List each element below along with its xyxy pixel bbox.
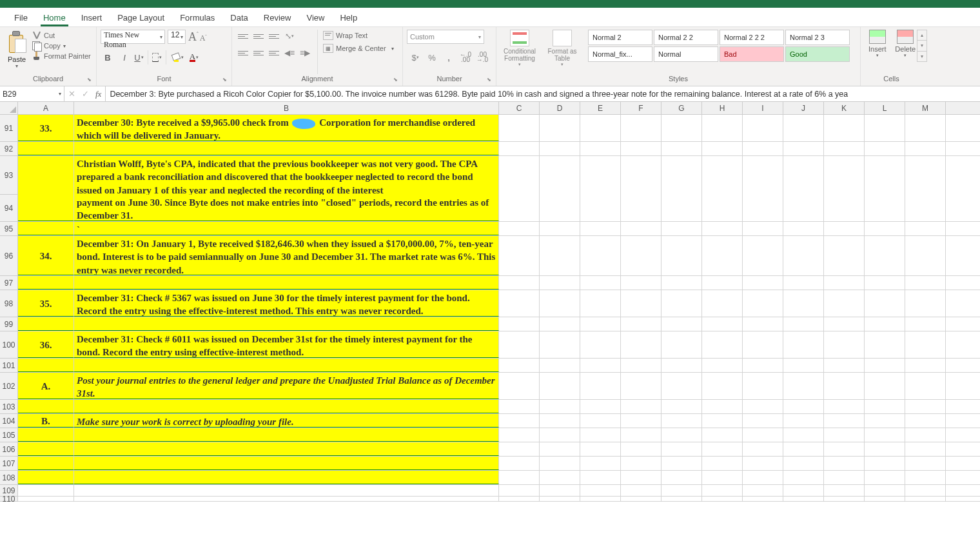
cell[interactable] bbox=[580, 442, 621, 456]
cell[interactable] bbox=[905, 414, 946, 428]
cell[interactable] bbox=[499, 428, 540, 442]
cell[interactable] bbox=[865, 142, 905, 155]
cell[interactable] bbox=[580, 485, 621, 496]
row-header[interactable]: 97 bbox=[0, 276, 17, 290]
cell[interactable] bbox=[540, 290, 580, 317]
cell[interactable] bbox=[905, 373, 946, 399]
column-header[interactable]: E bbox=[580, 102, 621, 114]
insert-cells-button[interactable]: Insert▾ bbox=[865, 30, 890, 58]
cell[interactable] bbox=[702, 373, 743, 399]
number-format-select[interactable]: Custom▾ bbox=[407, 30, 484, 44]
cell[interactable] bbox=[540, 156, 580, 195]
cell[interactable] bbox=[499, 485, 540, 496]
cell[interactable] bbox=[905, 442, 946, 456]
cell[interactable] bbox=[621, 142, 662, 155]
column-header[interactable]: D bbox=[540, 102, 580, 114]
cell[interactable] bbox=[662, 428, 702, 442]
cell[interactable] bbox=[499, 359, 540, 372]
cell[interactable] bbox=[865, 331, 905, 358]
increase-font-button[interactable]: Aˆ bbox=[188, 30, 199, 44]
column-header[interactable]: F bbox=[621, 102, 662, 114]
cell[interactable] bbox=[499, 236, 540, 275]
cell[interactable] bbox=[783, 442, 824, 456]
cell[interactable] bbox=[783, 236, 824, 275]
cell[interactable] bbox=[743, 331, 783, 358]
tab-view[interactable]: View bbox=[299, 9, 332, 26]
name-box[interactable]: B29▾ bbox=[0, 86, 64, 101]
delete-cells-button[interactable]: Delete▾ bbox=[893, 30, 919, 58]
cell[interactable] bbox=[783, 471, 824, 484]
cell[interactable] bbox=[743, 156, 783, 195]
cell[interactable] bbox=[580, 156, 621, 195]
cell[interactable] bbox=[783, 195, 824, 221]
cell[interactable] bbox=[74, 317, 499, 331]
wrap-text-button[interactable]: Wrap Text bbox=[323, 31, 394, 40]
cell[interactable]: 36. bbox=[18, 331, 74, 358]
tab-page-layout[interactable]: Page Layout bbox=[110, 9, 172, 26]
cell[interactable] bbox=[783, 331, 824, 358]
cell[interactable] bbox=[540, 359, 580, 372]
cell[interactable] bbox=[905, 115, 946, 141]
row-header[interactable]: 106 bbox=[0, 442, 17, 457]
cell[interactable] bbox=[621, 485, 662, 496]
cell[interactable] bbox=[743, 497, 783, 501]
cell[interactable] bbox=[824, 290, 865, 317]
cell[interactable] bbox=[865, 485, 905, 496]
cell[interactable] bbox=[783, 359, 824, 372]
cell[interactable] bbox=[621, 414, 662, 428]
cell[interactable] bbox=[499, 442, 540, 456]
cell[interactable] bbox=[499, 276, 540, 290]
cell[interactable] bbox=[74, 485, 499, 496]
cell[interactable]: December 31: On January 1, Byte received… bbox=[74, 236, 499, 275]
cell-style-option[interactable]: Normal 2 bbox=[588, 30, 652, 45]
cell[interactable]: 34. bbox=[18, 236, 74, 275]
cell[interactable] bbox=[865, 400, 905, 413]
cell[interactable] bbox=[621, 400, 662, 413]
row-header[interactable]: 99 bbox=[0, 317, 17, 331]
cell[interactable] bbox=[905, 290, 946, 317]
cell[interactable] bbox=[540, 331, 580, 358]
cell[interactable] bbox=[743, 290, 783, 317]
cell[interactable] bbox=[905, 142, 946, 155]
cell[interactable] bbox=[540, 442, 580, 456]
cell[interactable] bbox=[580, 236, 621, 275]
align-right-button[interactable] bbox=[267, 46, 281, 59]
cell[interactable] bbox=[783, 400, 824, 413]
cell[interactable] bbox=[580, 359, 621, 372]
row-header[interactable]: 93 bbox=[0, 156, 17, 195]
cell[interactable] bbox=[18, 195, 74, 221]
cell[interactable] bbox=[18, 428, 74, 442]
cell[interactable] bbox=[621, 222, 662, 235]
cell[interactable] bbox=[702, 414, 743, 428]
cell[interactable] bbox=[662, 195, 702, 221]
cell[interactable] bbox=[499, 414, 540, 428]
cell[interactable] bbox=[621, 290, 662, 317]
row-header[interactable]: 91 bbox=[0, 115, 17, 142]
cell[interactable]: B. bbox=[18, 414, 74, 428]
cell[interactable] bbox=[905, 497, 946, 501]
cell[interactable]: 33. bbox=[18, 115, 74, 141]
cell[interactable] bbox=[74, 276, 499, 290]
cell[interactable] bbox=[662, 317, 702, 331]
accounting-format-button[interactable]: $▾ bbox=[407, 50, 424, 64]
decrease-indent-button[interactable]: ◀≡ bbox=[282, 46, 297, 59]
cell[interactable] bbox=[540, 373, 580, 399]
cell[interactable] bbox=[621, 331, 662, 358]
cell[interactable] bbox=[540, 457, 580, 470]
cell[interactable] bbox=[783, 485, 824, 496]
cell[interactable]: 35. bbox=[18, 290, 74, 317]
cell[interactable] bbox=[702, 195, 743, 221]
cell[interactable] bbox=[540, 471, 580, 484]
cell[interactable] bbox=[743, 414, 783, 428]
cell[interactable] bbox=[865, 317, 905, 331]
tab-insert[interactable]: Insert bbox=[74, 9, 110, 26]
row-header[interactable]: 104 bbox=[0, 414, 17, 428]
cell[interactable] bbox=[702, 115, 743, 141]
row-header[interactable]: 98 bbox=[0, 290, 17, 317]
cell[interactable]: payment on June 30. Since Byte does not … bbox=[74, 195, 499, 221]
cell[interactable] bbox=[74, 497, 499, 501]
cell[interactable] bbox=[621, 359, 662, 372]
cell[interactable] bbox=[499, 222, 540, 235]
cell[interactable] bbox=[783, 222, 824, 235]
cell[interactable] bbox=[540, 222, 580, 235]
